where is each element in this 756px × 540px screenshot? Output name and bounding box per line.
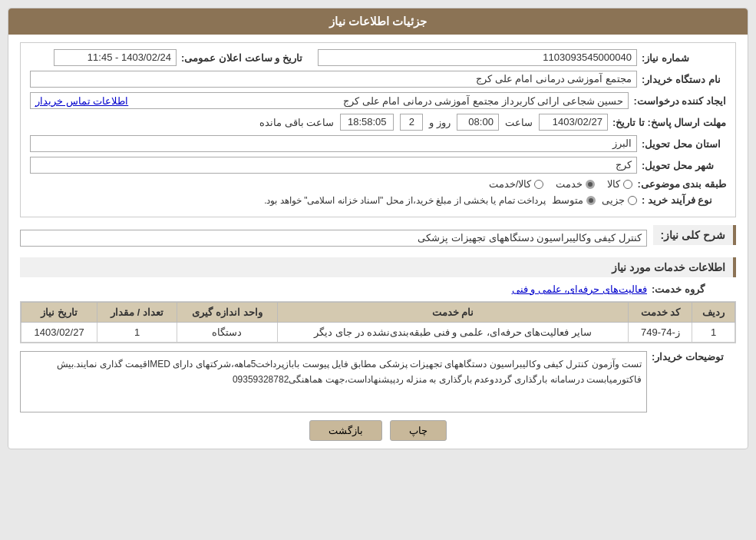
- شرح-label: شرح کلی نیاز:: [653, 225, 736, 245]
- radio-kala-khadamat: کالا/خدمت: [489, 178, 544, 190]
- استان-value: البرز: [30, 135, 637, 152]
- شهر-label: شهر محل تحویل:: [642, 160, 726, 171]
- back-button[interactable]: بازگشت: [309, 420, 382, 441]
- print-button[interactable]: چاپ: [390, 420, 447, 441]
- table-header: تعداد / مقدار: [97, 303, 177, 323]
- توضیحات-value: تست وآزمون کنترل کیفی وکالیبراسیون دستگا…: [20, 351, 647, 412]
- table-header: ردیف: [692, 303, 735, 323]
- ایجاد-row: حسین شجاعی ارائی کاربرداز مجتمع آموزشی د…: [30, 92, 629, 109]
- روز-label: روز و: [429, 117, 451, 128]
- table-header: کد خدمت: [629, 303, 692, 323]
- remaining-value: 18:58:05: [340, 114, 394, 131]
- table-cell: 1: [692, 323, 735, 343]
- ایجاد-label: ایجاد کننده درخواست:: [633, 95, 726, 107]
- تاریخ-اعلان-label: تاریخ و ساعت اعلان عمومی:: [181, 52, 302, 64]
- remaining-label: ساعت باقی مانده: [259, 117, 334, 128]
- button-row: چاپ بازگشت: [20, 420, 736, 441]
- table-cell: سایر فعالیت‌های حرفه‌ای، علمی و فنی طبقه…: [277, 323, 629, 343]
- گروه-label: گروه خدمت:: [652, 283, 736, 295]
- radio-jozyi-label: جزیی: [602, 194, 625, 206]
- ایجاد-value: حسین شجاعی ارائی کاربرداز مجتمع آموزشی د…: [343, 95, 624, 107]
- radio-jozyi-circle: [628, 196, 637, 205]
- نوع-label: نوع فرآیند خرید :: [642, 194, 726, 206]
- radio-kala-circle: [623, 180, 632, 189]
- ساعت-value: 08:00: [457, 114, 499, 131]
- page-title: جزئیات اطلاعات نیاز: [8, 8, 748, 35]
- radio-kala-khadamat-label: کالا/خدمت: [489, 178, 532, 190]
- date-main: 1403/02/27: [539, 114, 608, 131]
- تاریخ-اعلان-value: 1403/02/24 - 11:45: [54, 49, 177, 66]
- شرح-value: کنترل کیفی وکالیبراسیون دستگاههای تجهیزا…: [20, 230, 647, 247]
- table-cell: 1: [97, 323, 177, 343]
- تماس-link[interactable]: اطلاعات تماس خریدار: [35, 95, 128, 107]
- radio-kala-khadamat-circle: [534, 180, 543, 189]
- table-header: تاریخ نیاز: [21, 303, 97, 323]
- radio-khadamat-circle: [586, 180, 595, 189]
- طبقه-label: طبقه بندی موضوعی:: [637, 178, 726, 190]
- شماره-نیاز-label: شماره نیاز:: [642, 52, 726, 64]
- radio-jozyi: جزیی: [602, 194, 637, 206]
- اطلاعات-section-title: اطلاعات خدمات مورد نیاز: [20, 257, 736, 277]
- table-cell: 1403/02/27: [21, 323, 97, 343]
- شهر-value: کرج: [30, 157, 637, 174]
- طبقه-radio-group: کالا خدمت کالا/خدمت: [489, 178, 633, 190]
- radio-motevaset-label: متوسط: [552, 194, 583, 206]
- table-cell: دستگاه: [177, 323, 278, 343]
- ساعت-label: ساعت: [505, 117, 533, 128]
- گروه-value[interactable]: فعالیت‌های حرفه‌ای، علمی و فنی: [512, 283, 647, 295]
- table-row: 1ز-74-749سایر فعالیت‌های حرفه‌ای، علمی و…: [21, 323, 735, 343]
- توضیحات-label: توضیحات خریدار:: [652, 351, 736, 363]
- نوع-desc: پرداخت تمام یا بخشی از مبلغ خرید،از محل …: [264, 195, 546, 206]
- مهلت-label: مهلت ارسال پاسخ: تا تاریخ:: [612, 117, 726, 128]
- شماره-نیاز-value: 1103093545000040: [318, 49, 637, 66]
- services-table: ردیفکد خدمتنام خدمتواحد اندازه گیریتعداد…: [20, 301, 736, 343]
- table-cell: ز-74-749: [629, 323, 692, 343]
- روز-value: 2: [400, 114, 423, 131]
- نام-دستگاه-label: نام دستگاه خریدار:: [642, 74, 726, 85]
- radio-kala: کالا: [607, 178, 632, 190]
- table-header: نام خدمت: [277, 303, 629, 323]
- radio-motevaset: متوسط: [552, 194, 596, 206]
- radio-motevaset-circle: [586, 196, 596, 205]
- radio-kala-label: کالا: [607, 178, 620, 190]
- نام-دستگاه-value: مجتمع آموزشی درمانی امام علی کرج: [30, 71, 637, 88]
- table-header: واحد اندازه گیری: [177, 303, 278, 323]
- radio-khadamat-label: خدمت: [556, 178, 583, 190]
- radio-khadamat: خدمت: [556, 178, 595, 190]
- استان-label: استان محل تحویل:: [642, 138, 726, 150]
